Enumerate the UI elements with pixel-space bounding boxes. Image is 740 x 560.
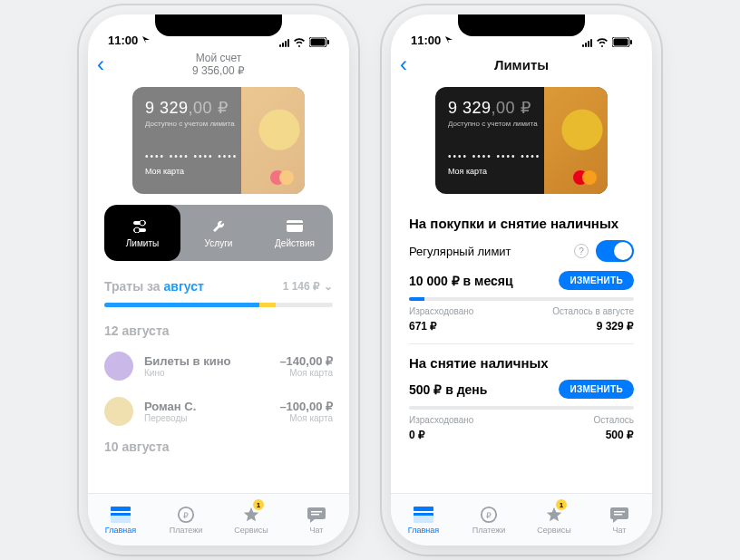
navbar: ‹ Лимиты xyxy=(391,49,652,80)
tab-services[interactable]: 1 Сервисы xyxy=(521,494,587,546)
tab-home[interactable]: Главная xyxy=(88,494,153,546)
account-balance: 9 356,00 ₽ xyxy=(192,64,245,77)
transaction-row[interactable]: Роман С. Переводы –100,00 ₽ Моя карта xyxy=(88,389,349,434)
help-button[interactable]: ? xyxy=(574,244,589,258)
wifi-icon xyxy=(293,37,306,47)
tab-chat-label: Чат xyxy=(613,526,627,535)
tab-payments[interactable]: ₽ Платежи xyxy=(153,494,219,546)
badge: 1 xyxy=(253,499,264,510)
chat-icon xyxy=(609,506,629,524)
section-heading: На снятие наличных xyxy=(409,355,634,371)
badge: 1 xyxy=(556,499,567,510)
home-icon xyxy=(111,506,131,524)
limit-progress xyxy=(409,406,634,410)
svg-rect-14 xyxy=(311,511,322,513)
payments-icon: ₽ xyxy=(479,506,499,524)
spend-month: август xyxy=(164,279,204,294)
svg-rect-1 xyxy=(311,39,326,46)
tab-chat-label: Чат xyxy=(310,526,324,535)
spending-header[interactable]: Траты за август 1 146 ₽ ⌄ xyxy=(88,274,349,299)
tab-services[interactable]: 1 Сервисы xyxy=(219,494,284,546)
change-button[interactable]: ИЗМЕНИТЬ xyxy=(559,271,634,290)
svg-rect-25 xyxy=(614,514,622,516)
cellular-icon xyxy=(279,38,289,47)
tx-source: Моя карта xyxy=(279,413,333,423)
page-title: Лимиты xyxy=(494,57,549,72)
tx-title: Роман С. xyxy=(144,400,268,413)
svg-rect-17 xyxy=(614,39,628,46)
date-header: 10 августа xyxy=(88,434,349,459)
tx-amount: –140,00 ₽ xyxy=(279,354,333,368)
bank-card[interactable]: 9 329,00 ₽ Доступно с учетом лимита ••••… xyxy=(132,87,305,194)
tab-limits[interactable]: Лимиты xyxy=(104,205,180,261)
divider xyxy=(409,343,634,344)
tab-chat[interactable]: Чат xyxy=(587,494,652,546)
battery-icon xyxy=(612,37,632,47)
phone-limits: 11:00 ‹ Лимиты 9 329,00 ₽ Доступно с уче… xyxy=(391,14,652,546)
chevron-down-icon: ⌄ xyxy=(324,280,333,293)
tabbar: Главная ₽ Платежи 1 Сервисы Чат xyxy=(391,493,652,546)
back-button[interactable]: ‹ xyxy=(97,52,104,77)
svg-point-6 xyxy=(134,227,140,233)
spent-label: Израсходовано xyxy=(409,306,473,316)
chat-icon xyxy=(307,506,326,524)
navbar: ‹ Мой счет 9 356,00 ₽ xyxy=(88,49,349,80)
card-subtitle: Доступно с учетом лимита xyxy=(145,120,292,128)
transaction-row[interactable]: Билеты в кино Кино –140,00 ₽ Моя карта xyxy=(88,343,349,389)
tx-category: Переводы xyxy=(144,413,268,423)
bank-card[interactable]: 9 329,00 ₽ Доступно с учетом лимита ••••… xyxy=(435,87,608,194)
category-icon xyxy=(104,397,133,426)
svg-rect-2 xyxy=(327,40,329,44)
tab-payments[interactable]: ₽ Платежи xyxy=(456,494,521,546)
tab-actions[interactable]: Действия xyxy=(257,205,333,261)
tabbar: Главная ₽ Платежи 1 Сервисы Чат xyxy=(88,493,349,546)
svg-rect-15 xyxy=(311,514,319,516)
tab-chat[interactable]: Чат xyxy=(284,494,349,546)
cellular-icon xyxy=(582,38,592,47)
payments-icon: ₽ xyxy=(176,506,196,524)
left-label: Осталось xyxy=(593,415,634,425)
tab-services-label: Сервисы xyxy=(234,526,268,535)
spend-prefix: Траты за xyxy=(104,279,161,294)
tab-home-label: Главная xyxy=(408,526,439,535)
svg-text:₽: ₽ xyxy=(486,510,492,519)
notch xyxy=(155,14,282,36)
spent-label: Израсходовано xyxy=(409,415,473,425)
wifi-icon xyxy=(596,37,609,47)
notch xyxy=(458,14,585,36)
limits-icon xyxy=(133,218,151,235)
svg-rect-24 xyxy=(614,511,625,513)
svg-rect-21 xyxy=(414,513,433,516)
tab-home[interactable]: Главная xyxy=(391,494,456,546)
regular-limit-toggle[interactable] xyxy=(596,240,634,262)
left-value: 500 ₽ xyxy=(606,429,634,441)
spent-value: 671 ₽ xyxy=(409,320,437,333)
phone-account: 11:00 ‹ Мой счет 9 356,00 ₽ 9 329,00 ₽ Д… xyxy=(88,14,349,546)
svg-rect-9 xyxy=(111,507,131,511)
tab-services-label: Сервисы xyxy=(537,526,570,535)
tab-services-label: Услуги xyxy=(205,238,233,248)
page-title: Мой счет xyxy=(196,52,242,64)
tx-source: Моя карта xyxy=(279,368,333,378)
tab-payments-label: Платежи xyxy=(170,526,203,535)
limit-amount: 10 000 ₽ в месяц xyxy=(409,274,513,288)
action-tabs: Лимиты Услуги Действия xyxy=(104,205,333,261)
mastercard-icon xyxy=(573,170,597,185)
spending-progress xyxy=(104,303,333,307)
back-button[interactable]: ‹ xyxy=(400,52,407,77)
svg-text:₽: ₽ xyxy=(183,510,189,519)
card-number-mask: •••• •••• •••• •••• xyxy=(448,151,595,161)
home-icon xyxy=(414,506,433,524)
svg-rect-7 xyxy=(287,220,303,232)
card-number-mask: •••• •••• •••• •••• xyxy=(145,151,292,161)
left-value: 9 329 ₽ xyxy=(597,320,634,333)
status-time: 11:00 xyxy=(108,34,151,47)
svg-rect-11 xyxy=(111,513,131,516)
change-button[interactable]: ИЗМЕНИТЬ xyxy=(559,380,634,399)
tab-services[interactable]: Услуги xyxy=(180,205,257,261)
tab-limits-label: Лимиты xyxy=(126,238,159,248)
tx-title: Билеты в кино xyxy=(144,354,268,368)
tab-payments-label: Платежи xyxy=(472,526,506,535)
status-time: 11:00 xyxy=(411,34,453,47)
svg-rect-19 xyxy=(414,507,433,511)
